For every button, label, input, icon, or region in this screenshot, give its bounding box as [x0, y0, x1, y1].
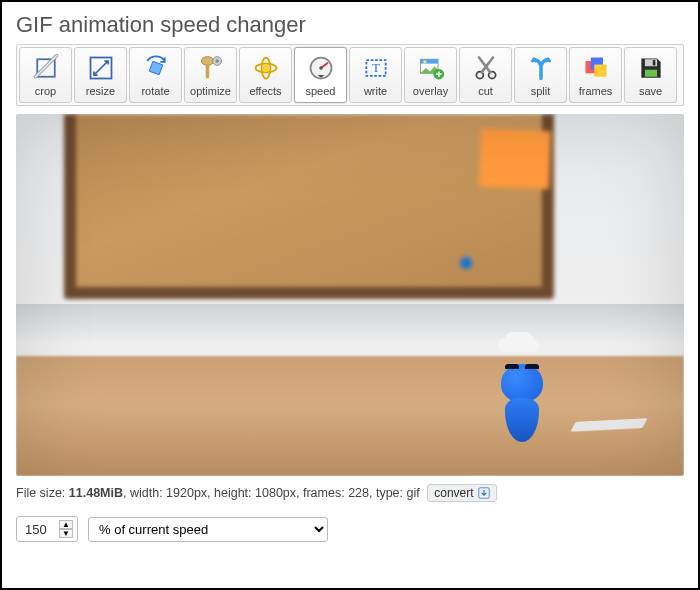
toolbar: crop resize rotate optimize effects	[16, 44, 684, 106]
tool-split[interactable]: split	[514, 47, 567, 103]
split-icon	[526, 53, 556, 83]
effects-icon	[251, 53, 281, 83]
tool-cut-label: cut	[478, 86, 493, 97]
speed-step-up[interactable]: ▲	[59, 520, 73, 529]
meta-rest: , width: 1920px, height: 1080px, frames:…	[123, 486, 420, 500]
speed-unit-select[interactable]: % of current speed	[88, 517, 328, 542]
tool-save[interactable]: save	[624, 47, 677, 103]
save-icon	[636, 53, 666, 83]
tool-effects[interactable]: effects	[239, 47, 292, 103]
cut-icon	[471, 53, 501, 83]
svg-point-11	[319, 66, 323, 70]
crop-icon	[31, 53, 61, 83]
svg-rect-4	[205, 65, 209, 79]
convert-button[interactable]: convert	[427, 484, 496, 502]
svg-rect-15	[420, 59, 438, 63]
tool-frames-label: frames	[579, 86, 613, 97]
speed-value: 150	[25, 522, 53, 537]
frames-icon	[581, 53, 611, 83]
tool-overlay[interactable]: overlay	[404, 47, 457, 103]
tool-resize[interactable]: resize	[74, 47, 127, 103]
tool-rotate[interactable]: rotate	[129, 47, 182, 103]
write-icon: T	[361, 53, 391, 83]
tool-write[interactable]: T write	[349, 47, 402, 103]
tool-optimize-label: optimize	[190, 86, 231, 97]
svg-point-16	[423, 60, 427, 64]
tool-save-label: save	[639, 86, 662, 97]
page-title: GIF animation speed changer	[16, 12, 684, 38]
resize-icon	[86, 53, 116, 83]
tool-frames[interactable]: frames	[569, 47, 622, 103]
tool-crop-label: crop	[35, 86, 56, 97]
speed-value-field[interactable]: 150 ▲ ▼	[16, 516, 78, 542]
filesize-label: File size:	[16, 486, 69, 500]
gif-preview	[16, 114, 684, 476]
download-icon	[478, 487, 490, 499]
tool-overlay-label: overlay	[413, 86, 448, 97]
app-window: GIF animation speed changer crop resize …	[0, 0, 700, 590]
tool-effects-label: effects	[249, 86, 281, 97]
convert-label: convert	[434, 486, 473, 500]
tool-crop[interactable]: crop	[19, 47, 72, 103]
filesize-value: 11.48MiB	[69, 486, 123, 500]
tool-speed[interactable]: speed	[294, 47, 347, 103]
speed-controls: 150 ▲ ▼ % of current speed	[16, 516, 684, 542]
file-meta: File size: 11.48MiB, width: 1920px, heig…	[16, 484, 684, 502]
svg-point-6	[215, 59, 219, 63]
svg-text:T: T	[372, 61, 380, 75]
svg-point-9	[262, 65, 269, 72]
tool-cut[interactable]: cut	[459, 47, 512, 103]
optimize-icon	[196, 53, 226, 83]
svg-rect-22	[594, 65, 606, 77]
tool-split-label: split	[531, 86, 551, 97]
tool-rotate-label: rotate	[141, 86, 169, 97]
svg-rect-2	[149, 61, 162, 74]
svg-rect-25	[644, 70, 656, 77]
rotate-icon	[141, 53, 171, 83]
tool-optimize[interactable]: optimize	[184, 47, 237, 103]
speed-step-down[interactable]: ▼	[59, 529, 73, 538]
speed-stepper: ▲ ▼	[59, 520, 73, 538]
svg-point-3	[201, 57, 213, 66]
tool-speed-label: speed	[306, 86, 336, 97]
speed-icon	[306, 53, 336, 83]
tool-write-label: write	[364, 86, 387, 97]
tool-resize-label: resize	[86, 86, 115, 97]
svg-rect-24	[652, 60, 655, 65]
overlay-icon	[416, 53, 446, 83]
